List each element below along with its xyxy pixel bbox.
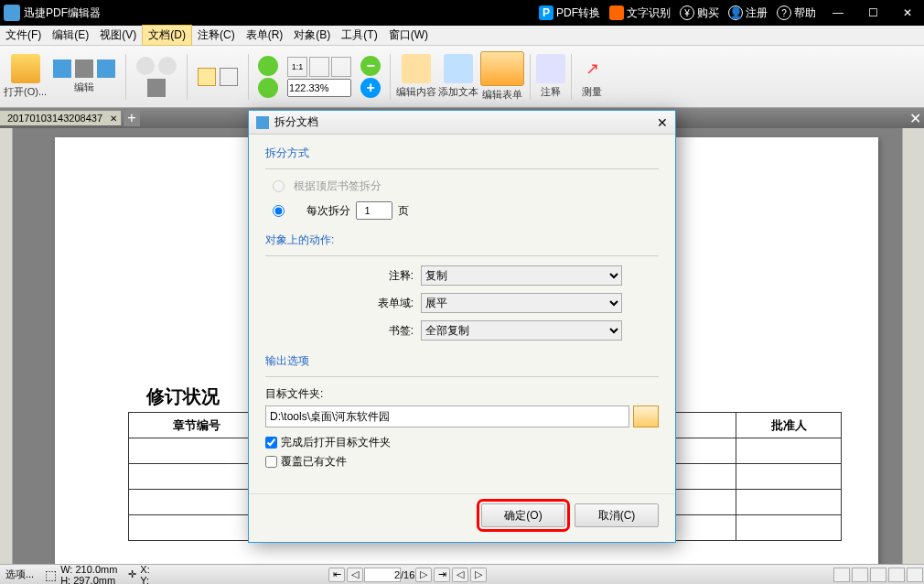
browse-button[interactable] bbox=[633, 406, 659, 427]
app-title: 迅捷PDF编辑器 bbox=[24, 5, 101, 21]
menu-window[interactable]: 窗口(W) bbox=[383, 26, 434, 45]
pages-spin[interactable] bbox=[356, 201, 392, 220]
menu-object[interactable]: 对象(B) bbox=[288, 26, 336, 45]
split-dialog: 拆分文档 ✕ 拆分方式 根据顶层书签拆分 每次拆分 页 对象上的动作: 注释: … bbox=[248, 110, 676, 543]
camera-icon bbox=[147, 79, 166, 97]
hand-icon bbox=[198, 68, 216, 86]
yen-icon: ¥ bbox=[680, 5, 694, 20]
radio-pages-label: 每次拆分 bbox=[306, 203, 350, 219]
page-dims: ⬚ W: 210.0mm H: 297.0mm bbox=[39, 564, 123, 585]
view-thumb-button[interactable] bbox=[907, 568, 923, 582]
nav-back-button[interactable]: ◁ bbox=[452, 568, 468, 582]
menu-tools[interactable]: 工具(T) bbox=[336, 26, 382, 45]
menu-file[interactable]: 文件(F) bbox=[0, 26, 47, 45]
edit-content-button[interactable]: 编辑内容 bbox=[396, 54, 436, 99]
target-folder-input[interactable] bbox=[265, 406, 629, 427]
view-continuous-button[interactable] bbox=[852, 568, 868, 582]
menu-annotate[interactable]: 注释(C) bbox=[192, 26, 241, 45]
view-single-button[interactable] bbox=[833, 568, 850, 582]
menu-form[interactable]: 表单(R) bbox=[241, 26, 289, 45]
add-text-button[interactable]: 添加文本 bbox=[438, 54, 478, 99]
tab-close-icon[interactable]: ✕ bbox=[110, 114, 117, 124]
print-button[interactable] bbox=[74, 59, 94, 79]
tabbar-close-button[interactable]: ✕ bbox=[906, 110, 924, 127]
radio-bookmark bbox=[273, 180, 285, 192]
nav-fwd-button[interactable]: ▷ bbox=[470, 568, 487, 582]
buy-button[interactable]: ¥ 购买 bbox=[680, 5, 719, 21]
mail-icon bbox=[97, 59, 115, 78]
right-scrollbar[interactable] bbox=[902, 128, 924, 564]
annotate-button[interactable]: 注释 bbox=[536, 54, 565, 99]
annotations-select[interactable]: 复制 bbox=[421, 265, 622, 286]
formfields-select[interactable]: 展平 bbox=[421, 293, 622, 313]
redo-icon bbox=[158, 57, 177, 75]
camera-button[interactable] bbox=[146, 78, 167, 98]
zoom-out-button[interactable]: − bbox=[360, 56, 381, 76]
prev-page-button[interactable]: ◁ bbox=[347, 568, 363, 582]
revision-title: 修订状况 bbox=[146, 384, 220, 409]
titlebar: 迅捷PDF编辑器 P PDF转换 文字识别 ¥ 购买 👤 注册 ? 帮助 — ☐… bbox=[0, 0, 924, 26]
page-input[interactable] bbox=[364, 568, 401, 582]
target-folder-label: 目标文件夹: bbox=[265, 386, 659, 402]
toolbar: 打开(O)... 编辑 1:1 bbox=[0, 46, 924, 108]
radio-pages[interactable] bbox=[273, 205, 285, 217]
edit-form-button[interactable]: 编辑表单 bbox=[480, 51, 524, 102]
rotate-left-button[interactable] bbox=[258, 56, 278, 76]
menu-document[interactable]: 文档(D) bbox=[142, 25, 192, 46]
edit-form-icon bbox=[480, 51, 524, 86]
separator bbox=[125, 54, 126, 100]
document-tab[interactable]: 20170103143208437 ✕ bbox=[0, 111, 122, 125]
dialog-icon bbox=[256, 116, 269, 129]
help-button[interactable]: ? 帮助 bbox=[777, 5, 816, 21]
close-button[interactable]: ✕ bbox=[895, 0, 920, 26]
split-method-label: 拆分方式 bbox=[265, 146, 659, 161]
app-icon bbox=[4, 5, 20, 21]
measure-button[interactable]: ↗ 测量 bbox=[577, 54, 607, 99]
last-page-button[interactable]: ⇥ bbox=[434, 568, 450, 582]
mail-button[interactable] bbox=[96, 59, 116, 79]
overwrite-label: 覆盖已有文件 bbox=[281, 454, 347, 470]
ok-button[interactable]: 确定(O) bbox=[481, 503, 565, 527]
dialog-title-text: 拆分文档 bbox=[274, 114, 318, 130]
pdf-convert-button[interactable]: P PDF转换 bbox=[539, 5, 600, 21]
options-button[interactable]: 选项... bbox=[0, 568, 39, 581]
zoom-in-button[interactable]: + bbox=[360, 78, 381, 98]
left-sidebar[interactable] bbox=[0, 128, 13, 564]
separator bbox=[530, 54, 531, 100]
open-button[interactable]: 打开(O)... bbox=[4, 54, 47, 99]
menu-view[interactable]: 视图(V) bbox=[94, 26, 142, 45]
register-button[interactable]: 👤 注册 bbox=[728, 5, 768, 21]
save-button[interactable] bbox=[52, 59, 72, 79]
rotate-right-button[interactable] bbox=[258, 78, 278, 98]
dialog-titlebar[interactable]: 拆分文档 ✕ bbox=[249, 111, 675, 135]
folder-icon bbox=[11, 54, 40, 83]
hand-tool[interactable] bbox=[197, 67, 217, 87]
cancel-button[interactable]: 取消(C) bbox=[575, 503, 659, 527]
fit-page-button[interactable]: 1:1 bbox=[287, 57, 307, 77]
first-page-button[interactable]: ⇤ bbox=[328, 568, 345, 582]
page-total: 16 bbox=[403, 569, 414, 580]
user-icon: 👤 bbox=[728, 5, 743, 20]
ocr-button[interactable]: 文字识别 bbox=[609, 5, 671, 21]
annotations-label: 注释: bbox=[368, 268, 414, 284]
output-section-label: 输出选项 bbox=[265, 353, 659, 369]
view-facing-button[interactable] bbox=[870, 568, 886, 582]
undo-button[interactable] bbox=[135, 56, 156, 76]
text-select-tool[interactable] bbox=[219, 67, 239, 87]
tab-add-button[interactable]: + bbox=[124, 110, 140, 126]
menu-edit[interactable]: 编辑(E) bbox=[47, 26, 94, 45]
zoom-input[interactable] bbox=[287, 79, 351, 97]
separator bbox=[187, 54, 188, 100]
fit-button[interactable] bbox=[331, 57, 351, 77]
maximize-button[interactable]: ☐ bbox=[860, 0, 886, 26]
view-grid-button[interactable] bbox=[888, 568, 905, 582]
dialog-close-button[interactable]: ✕ bbox=[657, 115, 668, 130]
next-page-button[interactable]: ▷ bbox=[415, 568, 432, 582]
minimize-button[interactable]: — bbox=[825, 0, 851, 26]
open-after-checkbox[interactable] bbox=[265, 437, 277, 449]
bookmarks-select[interactable]: 全部复制 bbox=[421, 320, 622, 341]
table-header: 章节编号 bbox=[129, 413, 265, 438]
overwrite-checkbox[interactable] bbox=[265, 456, 277, 468]
redo-button[interactable] bbox=[157, 56, 177, 76]
fit-width-button[interactable] bbox=[309, 57, 329, 77]
